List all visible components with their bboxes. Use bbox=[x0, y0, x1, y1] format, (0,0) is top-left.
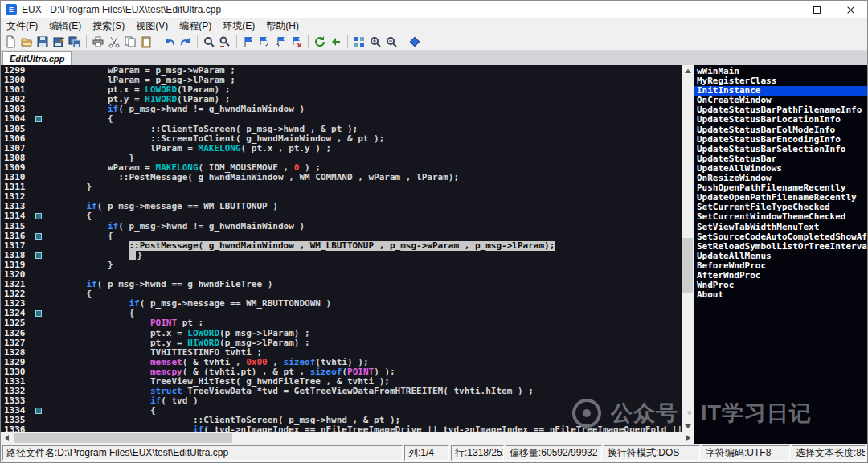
code-line[interactable]: 1318} bbox=[1, 251, 682, 260]
fold-marker[interactable] bbox=[35, 233, 42, 240]
symbol-item[interactable]: InitInstance bbox=[694, 86, 867, 96]
refresh-button[interactable] bbox=[312, 34, 328, 50]
print-button[interactable] bbox=[90, 34, 106, 50]
code-line[interactable]: 1301pt.x = LOWORD(lParam) ; bbox=[1, 85, 682, 95]
symbol-item[interactable]: SetReloadSymbolListOrTreeIntervalMe bbox=[694, 242, 867, 252]
symbol-item[interactable]: UpdateStatusBar bbox=[694, 154, 867, 164]
bookmark-clear-button[interactable] bbox=[289, 34, 305, 50]
symbol-item[interactable]: UpdateOpenPathFilenameRecently bbox=[694, 193, 867, 203]
symbol-item[interactable]: UpdateStatusBarEolModeInfo bbox=[694, 125, 867, 135]
code-line[interactable]: 1303if( p_msg->hwnd != g_hwndMainWindow … bbox=[1, 104, 682, 114]
line-number[interactable]: 1327 bbox=[1, 338, 30, 348]
menu-item[interactable]: 文件(F) bbox=[1, 18, 43, 33]
code-line[interactable]: 1307lParam = MAKELONG( pt.x , pt.y ) ; bbox=[1, 144, 682, 154]
paste-button[interactable] bbox=[138, 34, 154, 50]
code-line[interactable]: 1319} bbox=[1, 260, 682, 270]
line-number[interactable]: 1315 bbox=[1, 222, 30, 232]
code-line[interactable]: 1316{ bbox=[1, 232, 682, 241]
line-number[interactable]: 1328 bbox=[1, 348, 30, 358]
code-line[interactable]: 1335::ClientToScreen( p_msg->hwnd , & pt… bbox=[1, 416, 682, 425]
line-number[interactable]: 1325 bbox=[1, 318, 30, 328]
symbol-item[interactable]: wWinMain bbox=[694, 67, 867, 76]
code-line[interactable]: 1323if( p_msg->message == WM_RBUTTONDOWN… bbox=[1, 299, 682, 309]
maximize-button[interactable] bbox=[800, 1, 833, 18]
code-line[interactable]: 1315if( p_msg->hwnd != g_hwndMainWindow … bbox=[1, 222, 682, 232]
editor-vertical-scrollbar[interactable] bbox=[682, 65, 694, 432]
bookmark-next-button[interactable] bbox=[256, 34, 272, 50]
function-list[interactable]: wWinMainMyRegisterClassInitInstanceOnCre… bbox=[694, 65, 867, 444]
symbol-item[interactable]: UpdateStatusBarPathFilenameInfo bbox=[694, 105, 867, 115]
line-number[interactable]: 1304 bbox=[1, 114, 30, 124]
menu-item[interactable]: 编程(P) bbox=[174, 18, 217, 33]
code-line[interactable]: 1329memset( & tvhti , 0x00 , sizeof(tvht… bbox=[1, 358, 682, 367]
go-back-button[interactable] bbox=[328, 34, 344, 50]
menu-item[interactable]: 视图(V) bbox=[130, 18, 174, 33]
code-line[interactable]: 1312 bbox=[1, 192, 682, 202]
code-line[interactable]: 1331TreeView_HitTest( g_hwndFileTree , &… bbox=[1, 377, 682, 387]
symbol-item[interactable]: UpdateAllWindows bbox=[694, 164, 867, 174]
fold-marker[interactable] bbox=[35, 213, 42, 219]
save-all-button[interactable] bbox=[67, 34, 83, 50]
redo-button[interactable] bbox=[178, 34, 194, 50]
find-button[interactable] bbox=[201, 34, 217, 50]
symbol-item[interactable]: WndProc bbox=[694, 281, 867, 290]
settings-button[interactable] bbox=[407, 34, 423, 50]
menu-item[interactable]: 搜索(S) bbox=[87, 18, 130, 33]
menu-item[interactable]: 环境(E) bbox=[217, 18, 260, 33]
code-line[interactable]: 1311} bbox=[1, 182, 682, 192]
symbol-item[interactable]: SetSourceCodeAutoCompletedShowAfter bbox=[694, 232, 867, 242]
symbol-item[interactable]: UpdateStatusBarSelectionInfo bbox=[694, 145, 867, 154]
code-line[interactable]: 1306::ScreenToClient( g_hwndMainWindow ,… bbox=[1, 134, 682, 144]
symbol-list-button[interactable] bbox=[351, 34, 367, 50]
menu-item[interactable]: 编辑(E) bbox=[43, 18, 87, 33]
code-line[interactable]: 1328TVHITTESTINFO tvhti ; bbox=[1, 348, 682, 358]
code-line[interactable]: 1310::PostMessage( g_hwndMainWindow , WM… bbox=[1, 173, 682, 182]
code-line[interactable]: 1304{ bbox=[1, 114, 682, 124]
line-number[interactable]: 1306 bbox=[1, 134, 30, 144]
code-line[interactable]: 1317::PostMessage( g_hwndMainWindow , WM… bbox=[1, 241, 682, 251]
cut-button[interactable] bbox=[106, 34, 122, 50]
zoom-out-button[interactable] bbox=[383, 34, 399, 50]
symbol-item[interactable]: BeforeWndProc bbox=[694, 261, 867, 271]
symbol-item[interactable]: UpdateStatusBarEncodingInfo bbox=[694, 135, 867, 145]
hscrollbar-thumb[interactable] bbox=[14, 433, 232, 443]
fold-marker[interactable] bbox=[35, 252, 42, 259]
code-line[interactable]: 1300lParam = p_msg->lParam ; bbox=[1, 76, 682, 85]
fold-marker[interactable] bbox=[35, 116, 42, 122]
code-line[interactable]: 1325POINT pt ; bbox=[1, 318, 682, 328]
code-line[interactable]: 1330memcpy( & (tvhti.pt) , & pt , sizeof… bbox=[1, 367, 682, 377]
line-number[interactable]: 1326 bbox=[1, 329, 30, 338]
symbol-item[interactable]: SetCurrentFileTypeChecked bbox=[694, 203, 867, 212]
save-file-button[interactable] bbox=[35, 34, 51, 50]
symbol-item[interactable]: PushOpenPathFilenameRecently bbox=[694, 183, 867, 193]
open-file-button[interactable] bbox=[18, 34, 35, 50]
new-file-button[interactable] bbox=[2, 34, 18, 50]
line-number[interactable]: 1305 bbox=[1, 125, 30, 134]
symbol-item[interactable]: About bbox=[694, 290, 867, 300]
symbol-item[interactable]: SetViewTabWidthMenuText bbox=[694, 223, 867, 232]
replace-button[interactable] bbox=[217, 34, 233, 50]
bookmark-prev-button[interactable] bbox=[272, 34, 289, 50]
scroll-down-button[interactable] bbox=[682, 420, 694, 432]
fold-marker[interactable] bbox=[35, 310, 42, 317]
code-line[interactable]: 1314{ bbox=[1, 211, 682, 221]
line-number[interactable]: 1336 bbox=[1, 425, 30, 432]
symbol-item[interactable]: AfterWndProc bbox=[694, 271, 867, 281]
zoom-in-button[interactable] bbox=[367, 34, 383, 50]
code-line[interactable]: 1327pt.y = HIWORD(p_msg->lParam) ; bbox=[1, 338, 682, 348]
line-number[interactable]: 1314 bbox=[1, 211, 30, 221]
copy-button[interactable] bbox=[122, 34, 138, 50]
code-line[interactable]: 1336if( tvd->nImageIndex == nFileTreeIma… bbox=[1, 425, 682, 432]
code-line[interactable]: 1322{ bbox=[1, 289, 682, 299]
undo-button[interactable] bbox=[162, 34, 178, 50]
code-line[interactable]: 1309wParam = MAKELONG( IDM_MOUSEMOVE , 0… bbox=[1, 163, 682, 173]
symbol-item[interactable]: UpdateStatusBarLocationInfo bbox=[694, 115, 867, 125]
symbol-item[interactable]: UpdateAllMenus bbox=[694, 252, 867, 261]
code-line[interactable]: 1332struct TreeViewData *tvd = GetTreeVi… bbox=[1, 387, 682, 396]
line-number[interactable]: 1316 bbox=[1, 232, 30, 241]
code-line[interactable]: 1320 bbox=[1, 270, 682, 280]
tab-editultra-cpp[interactable]: EditUltra.cpp bbox=[2, 51, 72, 65]
code-line[interactable]: 1321if( p_msg->hwnd == g_hwndFileTree ) bbox=[1, 280, 682, 289]
scroll-right-button[interactable] bbox=[682, 432, 694, 444]
fold-marker[interactable] bbox=[35, 408, 42, 414]
